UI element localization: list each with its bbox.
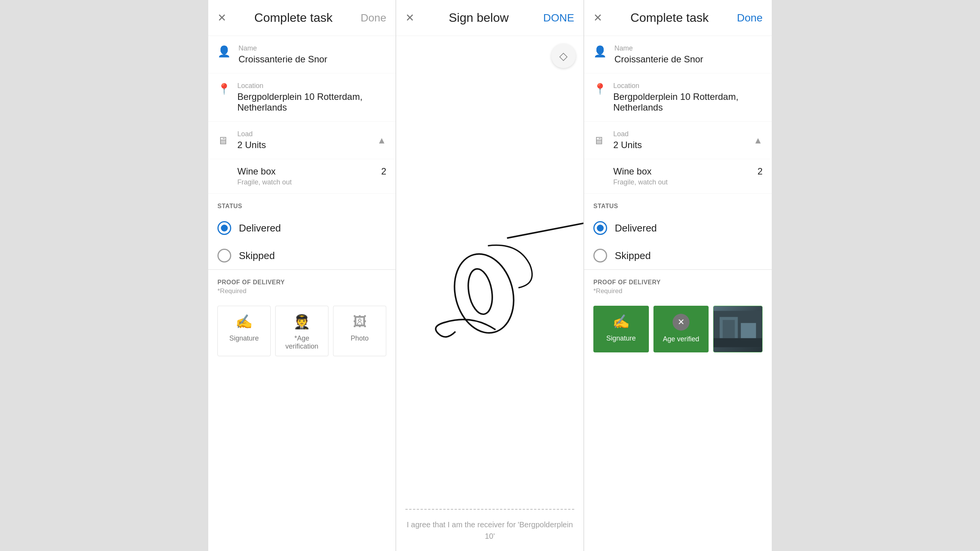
left-header: ✕ Complete task Done xyxy=(208,0,395,36)
right-sig-label: Signature xyxy=(606,334,636,342)
left-signature-btn[interactable]: ✍ Signature xyxy=(217,306,271,356)
left-pod-title: PROOF OF DELIVERY xyxy=(217,279,285,285)
right-location-value: Bergpolderplein 10 Rotterdam, Netherland… xyxy=(613,91,763,113)
photo-thumbnail: Photo xyxy=(714,306,762,352)
right-item-note: Fragile, watch out xyxy=(613,178,668,186)
right-close-icon[interactable]: ✕ xyxy=(593,11,602,24)
right-age-btn[interactable]: ✕ Age verified xyxy=(653,306,709,352)
left-age-btn[interactable]: 🧑‍✈️ *Age verification xyxy=(275,306,328,356)
middle-done-button[interactable]: DONE xyxy=(543,12,574,24)
right-panel: ✕ Complete task Done 👤 Name Croissanteri… xyxy=(584,0,772,551)
right-skipped-label: Skipped xyxy=(615,250,651,262)
left-pod-section: PROOF OF DELIVERY *Required xyxy=(208,269,395,300)
left-name-text: Name Croissanterie de Snor xyxy=(238,44,327,65)
right-age-label: Age verified xyxy=(663,335,699,343)
left-content: 👤 Name Croissanterie de Snor 📍 Location … xyxy=(208,36,395,551)
left-pod-required: *Required xyxy=(217,287,386,295)
left-location-label: Location xyxy=(237,82,386,90)
age-x-circle[interactable]: ✕ xyxy=(673,314,689,331)
left-photo-label: Photo xyxy=(351,334,369,342)
right-item-text: Wine box Fragile, watch out xyxy=(613,166,668,186)
left-load-label: Load xyxy=(237,130,266,138)
middle-content: ◇ I agree that I am the r xyxy=(396,36,583,551)
left-name-row: 👤 Name Croissanterie de Snor xyxy=(208,36,395,73)
right-status-title: STATUS xyxy=(593,203,618,209)
left-sig-label: Signature xyxy=(229,334,259,342)
right-pod-section: PROOF OF DELIVERY *Required xyxy=(584,269,772,300)
age-icon-wrapper: ✕ xyxy=(673,314,689,331)
erase-button[interactable]: ◇ xyxy=(551,44,576,68)
left-item-name: Wine box xyxy=(237,166,292,177)
right-proof-buttons: ✍ Signature ✕ Age verified xyxy=(584,300,772,362)
load-expand-icon[interactable]: ▲ xyxy=(377,135,386,146)
left-delivered-row[interactable]: Delivered xyxy=(208,214,395,242)
left-location-value: Bergpolderplein 10 Rotterdam, Netherland… xyxy=(237,91,386,113)
person-icon: 👤 xyxy=(217,45,231,58)
left-delivered-radio[interactable] xyxy=(217,221,231,235)
signature-svg[interactable] xyxy=(396,181,583,364)
left-item-qty: 2 xyxy=(381,166,386,177)
right-location-label: Location xyxy=(613,82,763,90)
load-icon: 🖥 xyxy=(217,134,230,147)
left-name-label: Name xyxy=(238,44,327,52)
right-title: Complete task xyxy=(630,11,709,25)
left-load-left: 🖥 Load 2 Units xyxy=(217,130,266,150)
left-item-note: Fragile, watch out xyxy=(237,178,292,186)
middle-title: Sign below xyxy=(449,11,509,25)
right-load-item: Wine box Fragile, watch out 2 xyxy=(584,159,772,194)
right-signature-btn[interactable]: ✍ Signature xyxy=(593,306,649,352)
photo-svg xyxy=(714,306,762,352)
right-person-icon: 👤 xyxy=(593,45,607,58)
right-done-button[interactable]: Done xyxy=(737,12,763,24)
right-name-text: Name Croissanterie de Snor xyxy=(614,44,703,65)
left-title: Complete task xyxy=(254,11,333,25)
right-pod-title: PROOF OF DELIVERY xyxy=(593,279,661,285)
right-load-icon: 🖥 xyxy=(593,134,606,147)
right-skipped-row[interactable]: Skipped xyxy=(584,242,772,269)
svg-point-1 xyxy=(465,267,496,316)
right-load-text: Load 2 Units xyxy=(613,130,642,150)
signature-icon: ✍ xyxy=(235,314,253,330)
right-load-expand-icon[interactable]: ▲ xyxy=(753,135,763,146)
location-icon: 📍 xyxy=(217,83,230,95)
right-load-label: Load xyxy=(613,130,642,138)
middle-panel: ✕ Sign below DONE ◇ xyxy=(396,0,584,551)
right-header: ✕ Complete task Done xyxy=(584,0,772,36)
right-item-name: Wine box xyxy=(613,166,668,177)
left-skipped-radio[interactable] xyxy=(217,249,231,262)
left-item-text: Wine box Fragile, watch out xyxy=(237,166,292,186)
right-content: 👤 Name Croissanterie de Snor 📍 Location … xyxy=(584,36,772,551)
right-delivered-radio[interactable] xyxy=(593,221,607,235)
left-load-value: 2 Units xyxy=(237,140,266,150)
right-status-header: STATUS xyxy=(584,194,772,214)
right-name-value: Croissanterie de Snor xyxy=(614,54,703,65)
right-load-row[interactable]: 🖥 Load 2 Units ▲ xyxy=(584,122,772,159)
right-photo-btn[interactable]: Photo xyxy=(713,306,763,352)
right-name-row: 👤 Name Croissanterie de Snor xyxy=(584,36,772,73)
right-location-text: Location Bergpolderplein 10 Rotterdam, N… xyxy=(613,82,763,113)
age-icon: 🧑‍✈️ xyxy=(293,314,310,330)
svg-rect-5 xyxy=(723,320,735,338)
right-location-row: 📍 Location Bergpolderplein 10 Rotterdam,… xyxy=(584,73,772,122)
signature-area[interactable]: ◇ xyxy=(396,36,583,509)
right-name-label: Name xyxy=(614,44,703,52)
middle-close-icon[interactable]: ✕ xyxy=(405,11,414,24)
left-name-value: Croissanterie de Snor xyxy=(238,54,327,65)
left-photo-btn[interactable]: 🖼 Photo xyxy=(333,306,386,356)
svg-rect-7 xyxy=(714,338,762,347)
left-skipped-row[interactable]: Skipped xyxy=(208,242,395,269)
svg-point-0 xyxy=(446,247,522,339)
right-load-value: 2 Units xyxy=(613,140,642,150)
left-done-button[interactable]: Done xyxy=(361,12,386,24)
left-status-title: STATUS xyxy=(217,203,242,209)
photo-icon: 🖼 xyxy=(353,314,367,330)
left-load-row[interactable]: 🖥 Load 2 Units ▲ xyxy=(208,122,395,159)
right-skipped-radio[interactable] xyxy=(593,249,607,262)
left-panel: ✕ Complete task Done 👤 Name Croissanteri… xyxy=(208,0,396,551)
right-delivered-row[interactable]: Delivered xyxy=(584,214,772,242)
left-skipped-label: Skipped xyxy=(239,250,275,262)
right-delivered-label: Delivered xyxy=(615,222,657,234)
left-location-row: 📍 Location Bergpolderplein 10 Rotterdam,… xyxy=(208,73,395,122)
left-close-icon[interactable]: ✕ xyxy=(217,11,226,24)
svg-line-2 xyxy=(507,215,583,238)
